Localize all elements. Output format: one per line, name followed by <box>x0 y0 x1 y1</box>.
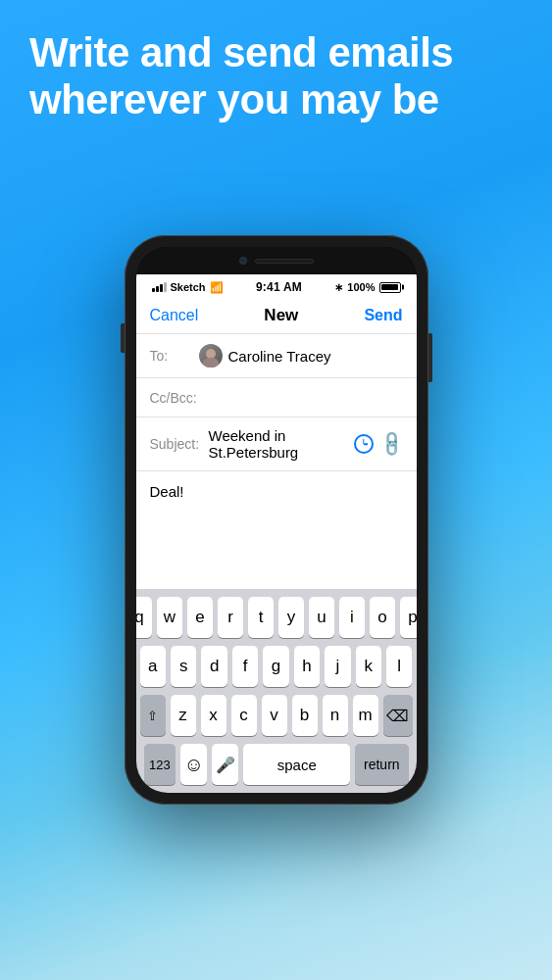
status-left: Sketch 📶 <box>152 281 224 294</box>
cc-bcc-label: Cc/Bcc: <box>150 390 199 406</box>
delete-key[interactable]: ⌫ <box>383 695 413 736</box>
to-label: To: <box>150 348 199 364</box>
battery-icon <box>379 282 401 293</box>
microphone-key[interactable]: 🎤 <box>212 744 238 785</box>
key-e[interactable]: e <box>187 597 213 638</box>
subject-field-row: Subject: Weekend in St.Petersburg 🔗 <box>136 417 417 471</box>
space-key[interactable]: space <box>243 744 350 785</box>
signal-bars <box>152 282 167 292</box>
headline-text: Write and send emails wherever you may b… <box>29 29 453 122</box>
numbers-key[interactable]: 123 <box>144 744 176 785</box>
key-u[interactable]: u <box>309 597 334 638</box>
subject-label: Subject: <box>150 436 209 452</box>
key-a[interactable]: a <box>140 646 166 687</box>
keyboard-row-2: a s d f g h j k l <box>140 646 413 687</box>
recipient-container[interactable]: Caroline Tracey <box>199 344 403 368</box>
key-v[interactable]: v <box>262 695 287 736</box>
return-key[interactable]: return <box>355 744 408 785</box>
cc-bcc-field-row[interactable]: Cc/Bcc: <box>136 378 417 417</box>
key-w[interactable]: w <box>157 597 182 638</box>
key-r[interactable]: r <box>218 597 243 638</box>
status-right: ∗ 100% <box>334 281 400 294</box>
bluetooth-icon: ∗ <box>334 281 343 294</box>
key-g[interactable]: g <box>263 646 288 687</box>
recipient-name: Caroline Tracey <box>228 348 331 365</box>
keyboard: q w e r t y u i o p a s d f g <box>136 589 417 793</box>
key-c[interactable]: c <box>231 695 257 736</box>
wifi-icon: 📶 <box>210 281 224 294</box>
key-k[interactable]: k <box>356 646 381 687</box>
front-camera <box>239 257 247 265</box>
to-field-row: To: Caroline Tracey <box>136 334 417 378</box>
recipient-avatar <box>199 344 223 368</box>
key-n[interactable]: n <box>323 695 348 736</box>
key-b[interactable]: b <box>292 695 318 736</box>
shift-key[interactable]: ⇧ <box>140 695 166 736</box>
key-f[interactable]: f <box>232 646 258 687</box>
key-d[interactable]: d <box>201 646 226 687</box>
key-l[interactable]: l <box>386 646 412 687</box>
battery-body <box>379 282 401 293</box>
email-body-text: Deal! <box>150 483 184 500</box>
keyboard-row-1: q w e r t y u i o p <box>140 597 413 638</box>
carrier-label: Sketch <box>171 281 206 293</box>
keyboard-row-bottom: 123 ☺ 🎤 space return <box>140 744 413 785</box>
phone-frame: Sketch 📶 9:41 AM ∗ 100% Cancel Ne <box>125 235 428 805</box>
keyboard-row-3: ⇧ z x c v b n m ⌫ <box>140 695 413 736</box>
emoji-key[interactable]: ☺ <box>180 744 207 785</box>
key-i[interactable]: i <box>339 597 365 638</box>
key-t[interactable]: t <box>248 597 274 638</box>
send-button[interactable]: Send <box>364 307 402 324</box>
cancel-button[interactable]: Cancel <box>150 307 199 324</box>
phone-mockup: Sketch 📶 9:41 AM ∗ 100% Cancel Ne <box>125 235 428 805</box>
key-s[interactable]: s <box>171 646 196 687</box>
battery-percentage: 100% <box>347 281 375 293</box>
key-z[interactable]: z <box>171 695 196 736</box>
key-j[interactable]: j <box>325 646 350 687</box>
key-q[interactable]: q <box>136 597 153 638</box>
status-bar: Sketch 📶 9:41 AM ∗ 100% <box>136 274 417 298</box>
key-o[interactable]: o <box>370 597 395 638</box>
headline: Write and send emails wherever you may b… <box>29 29 523 124</box>
status-time: 9:41 AM <box>256 280 302 294</box>
phone-screen: Sketch 📶 9:41 AM ∗ 100% Cancel Ne <box>136 247 417 793</box>
subject-icons: 🔗 <box>354 433 403 455</box>
compose-title: New <box>264 306 298 325</box>
clock-icon[interactable] <box>354 434 374 454</box>
email-body-content[interactable]: Deal! <box>136 471 417 589</box>
key-y[interactable]: y <box>278 597 304 638</box>
link-icon[interactable]: 🔗 <box>376 428 407 459</box>
battery-fill <box>381 284 398 290</box>
compose-top-bar: Cancel New Send <box>136 298 417 334</box>
phone-top-decor <box>136 247 417 274</box>
key-m[interactable]: m <box>353 695 378 736</box>
speaker-grill <box>255 259 314 264</box>
key-h[interactable]: h <box>294 646 320 687</box>
subject-input[interactable]: Weekend in St.Petersburg <box>209 427 354 461</box>
key-x[interactable]: x <box>201 695 226 736</box>
key-p[interactable]: p <box>400 597 417 638</box>
email-compose-form: To: Caroline Tracey Cc/Bcc: Subject: Wee… <box>136 334 417 589</box>
